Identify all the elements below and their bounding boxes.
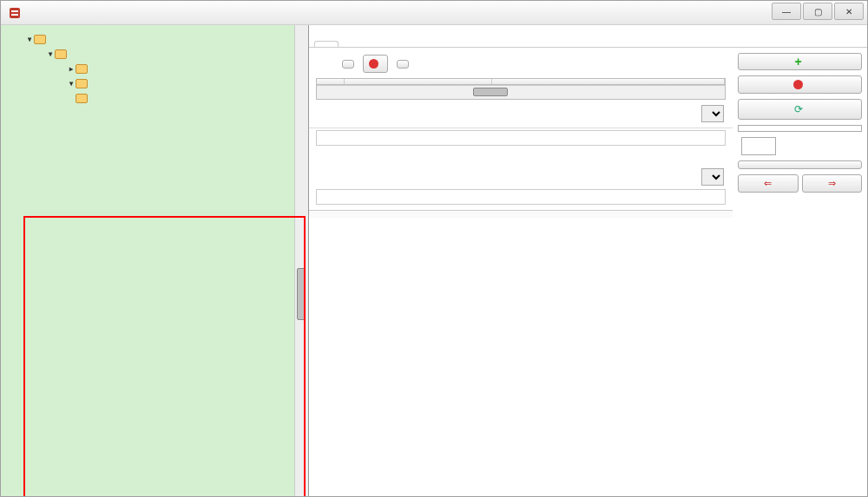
body: ▾ ▾ ▸ ▾	[1, 25, 867, 496]
next-page-button[interactable]: ⇒	[802, 174, 863, 193]
table-header	[317, 79, 725, 85]
page-input[interactable]	[741, 137, 776, 155]
tree-folder-expirations[interactable]: ▸	[4, 62, 305, 76]
col-value[interactable]	[492, 79, 725, 84]
plus-icon: +	[794, 57, 801, 66]
window-controls: — ▢ ✕	[772, 3, 864, 20]
prev-page-button[interactable]: ⇐	[738, 174, 799, 193]
delete-row-button[interactable]	[738, 75, 862, 94]
reload-value-button[interactable]: ⟳	[738, 99, 862, 120]
reload-icon: ⟳	[794, 103, 803, 115]
pager	[738, 137, 862, 155]
app-icon	[8, 6, 22, 20]
titlebar: — ▢ ✕	[1, 1, 867, 25]
add-row-button[interactable]: +	[738, 53, 862, 70]
col-key[interactable]	[345, 79, 492, 84]
tree-folder-expires[interactable]	[4, 91, 305, 105]
set-page-button[interactable]	[738, 160, 862, 169]
app-window: — ▢ ✕ ▾ ▾ ▸ ▾	[0, 0, 868, 497]
sidebar-scrollbar[interactable]	[294, 25, 308, 496]
sidebar-tree[interactable]: ▾ ▾ ▸ ▾	[1, 25, 309, 496]
maximize-button[interactable]: ▢	[803, 3, 832, 20]
folder-icon	[55, 49, 67, 59]
content: + ⟳ ⇐ ⇒	[309, 48, 867, 496]
annotation-highlight-box	[23, 216, 306, 496]
svg-rect-2	[11, 14, 18, 16]
col-row[interactable]	[317, 79, 345, 84]
tree-folder-sessions[interactable]: ▾	[4, 76, 305, 91]
log-panel	[309, 210, 733, 218]
key-viewas-select[interactable]	[701, 105, 724, 122]
content-left	[309, 48, 733, 496]
tree-folder-spring[interactable]: ▾	[4, 32, 305, 47]
tree-folder-session[interactable]: ▾	[4, 47, 305, 62]
set-ttl-button[interactable]	[397, 60, 409, 69]
value-info-row	[309, 165, 733, 187]
main-panel: + ⟳ ⇐ ⇒	[309, 25, 867, 496]
annotation-text	[309, 151, 733, 165]
folder-icon	[76, 94, 88, 103]
delete-button[interactable]	[363, 55, 388, 73]
value-viewas-select[interactable]	[701, 168, 724, 186]
search-input[interactable]	[738, 125, 862, 132]
tab-key[interactable]	[314, 41, 339, 47]
minimize-button[interactable]: —	[772, 3, 801, 20]
folder-icon	[76, 79, 88, 88]
table-h-scrollbar[interactable]	[317, 85, 725, 99]
minus-icon	[793, 80, 803, 89]
close-button[interactable]: ✕	[834, 3, 864, 20]
hash-table	[316, 78, 726, 100]
page-nav: ⇐ ⇒	[738, 174, 862, 193]
value-preview	[316, 189, 726, 205]
folder-icon	[76, 64, 88, 74]
key-info-row	[309, 100, 733, 128]
delete-icon	[369, 59, 378, 69]
hash-info-row	[309, 48, 733, 78]
right-toolbar: + ⟳ ⇐ ⇒	[733, 48, 867, 496]
tab-bar	[309, 25, 867, 48]
folder-icon	[34, 35, 46, 44]
svg-rect-0	[10, 8, 20, 18]
key-preview	[316, 130, 726, 146]
svg-rect-1	[11, 10, 18, 12]
rename-button[interactable]	[342, 60, 354, 69]
